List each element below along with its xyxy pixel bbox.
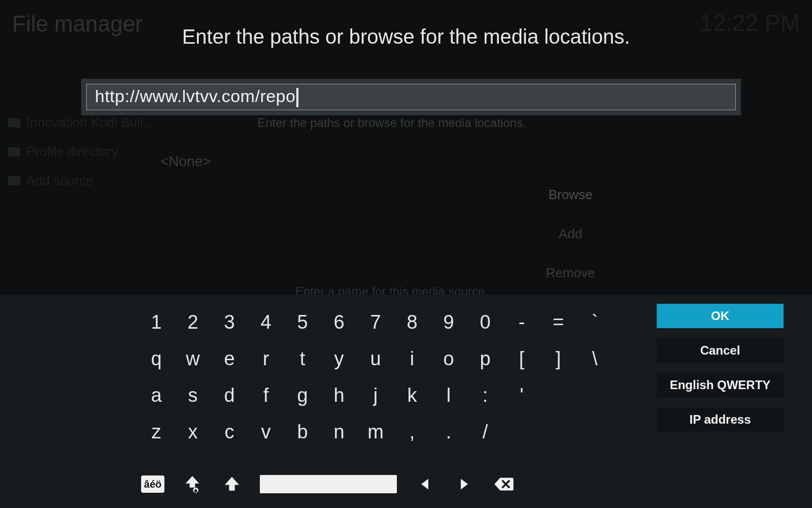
bg-panel-buttons: Browse Add Remove xyxy=(520,164,621,304)
text-cursor xyxy=(296,88,298,107)
key-c[interactable]: c xyxy=(211,414,248,450)
key-][interactable]: ] xyxy=(540,340,577,377)
key-'[interactable]: ' xyxy=(503,377,540,414)
sidebar: Innovation Kodi Buil… Profile directory … xyxy=(8,102,156,202)
keyboard-row: zxcvbnm,./ xyxy=(138,414,613,450)
backspace-icon xyxy=(494,477,514,492)
key-z[interactable]: z xyxy=(138,414,175,450)
key-4[interactable]: 4 xyxy=(248,304,284,340)
cursor-left-button[interactable] xyxy=(413,472,436,496)
modal-title: Enter the paths or browse for the media … xyxy=(0,25,812,48)
key-o[interactable]: o xyxy=(430,340,467,377)
key-7[interactable]: 7 xyxy=(357,304,394,340)
key-3[interactable]: 3 xyxy=(211,304,248,340)
bg-panel-hint: Enter the paths or browse for the media … xyxy=(153,116,630,130)
keyboard-function-row: âéö xyxy=(141,472,516,496)
ip-address-button[interactable]: IP address xyxy=(657,407,784,432)
sidebar-item-label: Innovation Kodi Buil… xyxy=(26,115,156,131)
keyboard-panel: 1234567890-=`qwertyuiop[]\asdfghjkl:'zxc… xyxy=(0,295,812,508)
key-w[interactable]: w xyxy=(175,340,211,377)
key-d[interactable]: d xyxy=(211,377,248,414)
key-a[interactable]: a xyxy=(138,377,175,414)
key-i[interactable]: i xyxy=(394,340,430,377)
key-m[interactable]: m xyxy=(357,414,394,450)
key-1[interactable]: 1 xyxy=(138,304,175,340)
key-r[interactable]: r xyxy=(248,340,284,377)
bg-browse-button: Browse xyxy=(520,187,621,203)
accent-chars-button[interactable]: âéö xyxy=(141,475,164,493)
key--[interactable]: - xyxy=(503,304,540,340)
key-u[interactable]: u xyxy=(357,340,394,377)
key-y[interactable]: y xyxy=(321,340,357,377)
key-j[interactable]: j xyxy=(357,377,394,414)
keyboard-layout-button[interactable]: English QWERTY xyxy=(657,373,784,397)
keyboard-row: 1234567890-=` xyxy=(138,304,613,340)
backspace-button[interactable] xyxy=(492,472,516,496)
key-k[interactable]: k xyxy=(394,377,430,414)
keyboard-rows: 1234567890-=`qwertyuiop[]\asdfghjkl:'zxc… xyxy=(138,304,613,450)
url-input-value: http://www.lvtvv.com/repo xyxy=(95,86,295,106)
sidebar-item: Profile directory xyxy=(8,144,156,160)
key-b[interactable]: b xyxy=(284,414,321,450)
caps-lock-icon xyxy=(184,474,200,494)
key-g[interactable]: g xyxy=(284,377,321,414)
key-:[interactable]: : xyxy=(467,377,503,414)
key-h[interactable]: h xyxy=(321,377,357,414)
key-/[interactable]: / xyxy=(467,414,503,450)
bg-remove-button: Remove xyxy=(520,265,621,281)
key-=[interactable]: = xyxy=(540,304,577,340)
triangle-right-icon xyxy=(457,477,471,491)
ok-button[interactable]: OK xyxy=(657,304,784,328)
key-n[interactable]: n xyxy=(321,414,357,450)
key-\[interactable]: \ xyxy=(577,340,613,377)
key-8[interactable]: 8 xyxy=(394,304,430,340)
key-[[interactable]: [ xyxy=(503,340,540,377)
key-2[interactable]: 2 xyxy=(175,304,211,340)
key-.[interactable]: . xyxy=(430,414,467,450)
shift-icon xyxy=(223,475,241,493)
svg-rect-1 xyxy=(194,490,197,492)
key-9[interactable]: 9 xyxy=(430,304,467,340)
folder-icon xyxy=(8,147,20,156)
key-f[interactable]: f xyxy=(248,377,284,414)
key-e[interactable]: e xyxy=(211,340,248,377)
sidebar-item-label: Add source xyxy=(26,173,93,188)
shift-button[interactable] xyxy=(220,472,244,496)
url-input[interactable]: http://www.lvtvv.com/repo xyxy=(86,84,736,110)
keyboard-row: qwertyuiop[]\ xyxy=(138,340,613,377)
key-5[interactable]: 5 xyxy=(284,304,321,340)
key-s[interactable]: s xyxy=(175,377,211,414)
key-`[interactable]: ` xyxy=(577,304,613,340)
triangle-left-icon xyxy=(418,477,432,491)
key-l[interactable]: l xyxy=(430,377,467,414)
cursor-right-button[interactable] xyxy=(453,472,476,496)
bg-add-button: Add xyxy=(520,226,621,242)
spacebar[interactable] xyxy=(260,475,397,493)
key-0[interactable]: 0 xyxy=(467,304,503,340)
key-q[interactable]: q xyxy=(138,340,175,377)
key-x[interactable]: x xyxy=(175,414,211,450)
keyboard-row: asdfghjkl:' xyxy=(138,377,613,414)
folder-icon xyxy=(8,176,20,185)
key-t[interactable]: t xyxy=(284,340,321,377)
sidebar-item-label: Profile directory xyxy=(26,144,118,160)
url-input-wrap: http://www.lvtvv.com/repo xyxy=(81,79,741,115)
key-p[interactable]: p xyxy=(467,340,503,377)
key-v[interactable]: v xyxy=(248,414,284,450)
sidebar-item: Innovation Kodi Buil… xyxy=(8,115,156,131)
sidebar-item: Add source xyxy=(8,173,156,188)
caps-lock-button[interactable] xyxy=(181,472,204,496)
folder-icon xyxy=(8,118,20,128)
key-6[interactable]: 6 xyxy=(321,304,357,340)
key-,[interactable]: , xyxy=(394,414,430,450)
cancel-button[interactable]: Cancel xyxy=(657,338,784,363)
keyboard-side-buttons: OK Cancel English QWERTY IP address xyxy=(657,304,784,432)
bg-none-value: <None> xyxy=(153,148,502,182)
